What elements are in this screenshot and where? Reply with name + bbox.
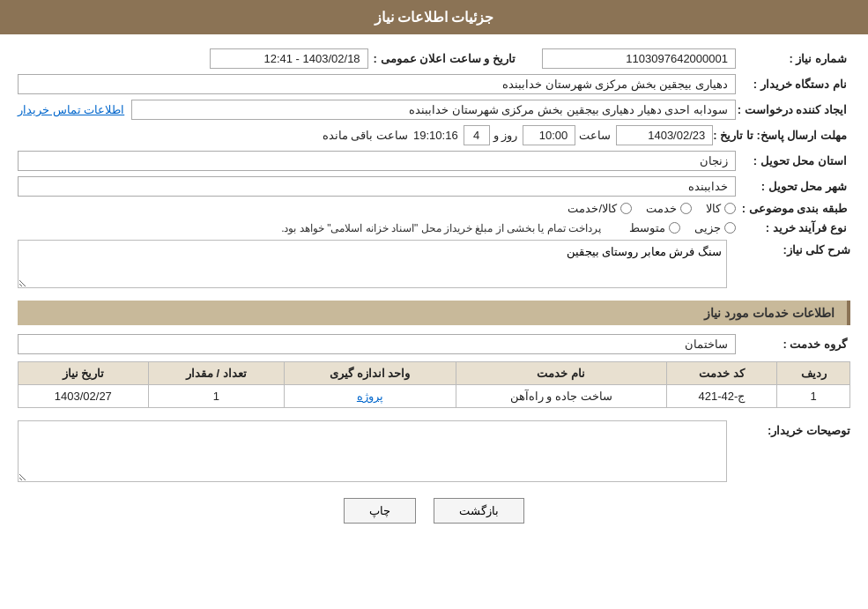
ijad-link[interactable]: اطلاعات تماس خریدار bbox=[18, 103, 124, 116]
cell-radif: 1 bbox=[777, 385, 850, 408]
buttons-row: بازگشت چاپ bbox=[18, 498, 850, 524]
cell-name: ساخت جاده و راه‌آهن bbox=[456, 385, 666, 408]
header-title: جزئیات اطلاعات نیاز bbox=[375, 10, 494, 25]
radio-jozei: جزیی bbox=[694, 221, 736, 234]
tosif-row: توصیحات خریدار: bbox=[18, 420, 850, 482]
back-button[interactable]: بازگشت bbox=[434, 498, 524, 524]
mohlat-roz: 4 bbox=[464, 125, 490, 145]
ijad-label: ایجاد کننده درخواست : bbox=[736, 103, 850, 116]
tarikh-value: 1403/02/18 - 12:41 bbox=[210, 48, 368, 69]
cell-date: 1403/02/27 bbox=[19, 385, 149, 408]
row-tabaqe: طبقه بندی موضوعی : کالا خدمت کالا/خدمت bbox=[18, 202, 850, 215]
radio-motavaset: متوسط bbox=[629, 221, 680, 234]
sharh-textarea[interactable] bbox=[18, 240, 727, 288]
noe-farayand-label: نوع فرآیند خرید : bbox=[736, 221, 850, 234]
noe-note: پرداخت تمام یا بخشی از مبلغ خریداز محل "… bbox=[281, 222, 601, 234]
mohlat-baki-label: ساعت باقی مانده bbox=[323, 129, 408, 142]
row-ijad: ایجاد کننده درخواست : سودابه احدی دهیار … bbox=[18, 100, 850, 120]
services-table: ردیف کد خدمت نام خدمت واحد اندازه گیری ت… bbox=[18, 361, 850, 408]
ostan-value: زنجان bbox=[18, 151, 736, 171]
page-header: جزئیات اطلاعات نیاز bbox=[0, 0, 868, 34]
mohlat-date: 1403/02/23 bbox=[616, 125, 713, 145]
sharh-row: شرح کلی نیاز: bbox=[18, 240, 850, 288]
col-name: نام خدمت bbox=[456, 362, 666, 385]
row-nam-dastgah: نام دستگاه خریدار : دهیاری بیجقین بخش مر… bbox=[18, 74, 850, 94]
radio-jozei-input[interactable] bbox=[724, 222, 736, 234]
mohlat-label: مهلت ارسال پاسخ: تا تاریخ : bbox=[713, 129, 850, 142]
nam-dastgah-label: نام دستگاه خریدار : bbox=[736, 78, 850, 91]
radio-motavaset-label: متوسط bbox=[629, 221, 665, 234]
print-button[interactable]: چاپ bbox=[344, 498, 416, 524]
radio-kala-label: کالا bbox=[706, 202, 721, 215]
col-date: تاریخ نیاز bbox=[19, 362, 149, 385]
radio-kala: کالا bbox=[706, 202, 736, 215]
tosif-textarea[interactable] bbox=[18, 420, 727, 482]
row-shahr: شهر محل تحویل : خداببنده bbox=[18, 176, 850, 197]
table-header-row: ردیف کد خدمت نام خدمت واحد اندازه گیری ت… bbox=[19, 362, 850, 385]
cell-unit: پروژه bbox=[285, 385, 456, 408]
mohlat-roz-label: روز و bbox=[493, 129, 518, 142]
radio-kala-input[interactable] bbox=[724, 203, 736, 214]
shomara-niaz-value: 1103097642000001 bbox=[542, 48, 736, 69]
shomara-niaz-label: شماره نیاز : bbox=[736, 52, 850, 65]
col-code: کد خدمت bbox=[666, 362, 777, 385]
main-content: شماره نیاز : 1103097642000001 تاریخ و سا… bbox=[0, 34, 868, 546]
radio-khedmat-label: خدمت bbox=[646, 202, 677, 215]
row-noe-farayand: نوع فرآیند خرید : جزیی متوسط پرداخت تمام… bbox=[18, 220, 850, 234]
ijad-value: سودابه احدی دهیار دهیاری بیجقین بخش مرکز… bbox=[131, 100, 736, 120]
col-radif: ردیف bbox=[777, 362, 850, 385]
mohlat-saat-label: ساعت bbox=[579, 129, 611, 142]
tabaqe-radio-group: کالا خدمت کالا/خدمت bbox=[568, 202, 736, 215]
tabaqe-label: طبقه بندی موضوعی : bbox=[736, 202, 850, 215]
radio-motavaset-input[interactable] bbox=[669, 222, 680, 234]
row-goroh-khedmat: گروه خدمت : ساختمان bbox=[18, 334, 850, 354]
ostan-label: استان محل تحویل : bbox=[736, 154, 850, 167]
khadamat-section-title: اطلاعات خدمات مورد نیاز bbox=[18, 301, 850, 325]
shahr-value: خداببنده bbox=[18, 176, 736, 197]
mohlat-saat: 10:00 bbox=[523, 125, 575, 145]
radio-kala-khedmat-label: کالا/خدمت bbox=[568, 202, 617, 215]
tosif-label: توصیحات خریدار: bbox=[736, 420, 850, 437]
goroh-khedmat-value: ساختمان bbox=[18, 334, 736, 354]
cell-count: 1 bbox=[148, 385, 284, 408]
noe-radio-group: جزیی متوسط پرداخت تمام یا بخشی از مبلغ خ… bbox=[281, 220, 736, 234]
tarikh-label: تاریخ و ساعت اعلان عمومی : bbox=[374, 52, 516, 65]
radio-jozei-label: جزیی bbox=[694, 221, 721, 234]
cell-code: ج-42-421 bbox=[666, 385, 777, 408]
col-unit: واحد اندازه گیری bbox=[285, 362, 456, 385]
page-wrapper: جزئیات اطلاعات نیاز شماره نیاز : 1103097… bbox=[0, 0, 868, 609]
sharh-label: شرح کلی نیاز: bbox=[736, 240, 850, 256]
shahr-label: شهر محل تحویل : bbox=[736, 180, 850, 193]
sharh-section: شرح کلی نیاز: bbox=[18, 240, 850, 288]
col-count: تعداد / مقدار bbox=[148, 362, 284, 385]
radio-khedmat-input[interactable] bbox=[680, 203, 692, 214]
table-row: 1ج-42-421ساخت جاده و راه‌آهنپروژه11403/0… bbox=[19, 385, 850, 408]
nam-dastgah-value: دهیاری بیجقین بخش مرکزی شهرستان خداببنده bbox=[18, 74, 736, 94]
row-shomara-tarikh: شماره نیاز : 1103097642000001 تاریخ و سا… bbox=[18, 48, 850, 69]
row-mohlat: مهلت ارسال پاسخ: تا تاریخ : 1403/02/23 س… bbox=[18, 125, 850, 145]
goroh-khedmat-label: گروه خدمت : bbox=[736, 338, 850, 351]
radio-kala-khedmat-input[interactable] bbox=[620, 203, 632, 214]
mohlat-timer: 19:10:16 bbox=[413, 129, 458, 142]
radio-kala-khedmat: کالا/خدمت bbox=[568, 202, 632, 215]
radio-khedmat: خدمت bbox=[646, 202, 692, 215]
row-ostan: استان محل تحویل : زنجان bbox=[18, 151, 850, 171]
